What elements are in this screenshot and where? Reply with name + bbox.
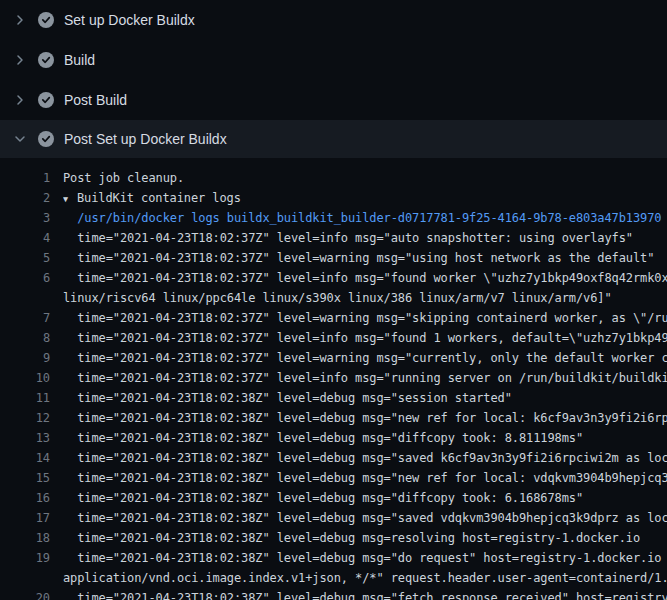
log-group-title: BuildKit container logs: [77, 191, 241, 205]
log-line: 8 time="2021-04-23T18:02:37Z" level=info…: [0, 328, 667, 348]
log-line-number[interactable]: 4: [0, 228, 50, 248]
log-line-number[interactable]: 13: [0, 428, 50, 448]
section-set-up-docker-buildx[interactable]: Set up Docker Buildx: [0, 0, 667, 40]
section-post-build[interactable]: Post Build: [0, 80, 667, 120]
log-line-number[interactable]: 5: [0, 248, 50, 268]
log-line: 10 time="2021-04-23T18:02:37Z" level=inf…: [0, 368, 667, 388]
chevron-right-icon[interactable]: [12, 12, 28, 28]
log-line: 5 time="2021-04-23T18:02:37Z" level=warn…: [0, 248, 667, 268]
log-line-number[interactable]: 7: [0, 308, 50, 328]
log-line-command: 3 /usr/bin/docker logs buildx_buildkit_b…: [0, 208, 667, 228]
log-line-number[interactable]: 2: [0, 188, 50, 208]
log-line-number[interactable]: 12: [0, 408, 50, 428]
log-line: 20 time="2021-04-23T18:02:38Z" level=deb…: [0, 588, 667, 600]
log-line-text: time="2021-04-23T18:02:38Z" level=debug …: [63, 588, 667, 600]
log-line-text: linux/riscv64 linux/ppc64le linux/s390x …: [63, 288, 612, 308]
log-line-number[interactable]: 3: [0, 208, 50, 228]
log-line: 4 time="2021-04-23T18:02:37Z" level=info…: [0, 228, 667, 248]
section-build[interactable]: Build: [0, 40, 667, 80]
log-line: 12 time="2021-04-23T18:02:38Z" level=deb…: [0, 408, 667, 428]
log-line-text: time="2021-04-23T18:02:38Z" level=debug …: [63, 428, 583, 448]
log-line-number[interactable]: 18: [0, 528, 50, 548]
group-caret-down-icon[interactable]: ▼: [63, 189, 77, 208]
section-post-set-up-docker-buildx[interactable]: Post Set up Docker Buildx: [0, 120, 667, 158]
log-line-number[interactable]: 10: [0, 368, 50, 388]
section-label: Post Set up Docker Buildx: [64, 131, 227, 147]
log-line-text: time="2021-04-23T18:02:37Z" level=info m…: [63, 268, 667, 288]
log-line: 7 time="2021-04-23T18:02:37Z" level=warn…: [0, 308, 667, 328]
log-line: 6 time="2021-04-23T18:02:37Z" level=info…: [0, 268, 667, 288]
log-line-number[interactable]: 9: [0, 348, 50, 368]
log-command-text: /usr/bin/docker logs buildx_buildkit_bui…: [63, 208, 661, 228]
log-line-wrap-continuation: application/vnd.oci.image.index.v1+json,…: [0, 568, 667, 588]
log-line: 13 time="2021-04-23T18:02:38Z" level=deb…: [0, 428, 667, 448]
check-circle-icon: [38, 12, 54, 28]
log-line-number[interactable]: 8: [0, 328, 50, 348]
log-line-text: time="2021-04-23T18:02:38Z" level=debug …: [63, 548, 667, 568]
log-line-text: time="2021-04-23T18:02:38Z" level=debug …: [63, 528, 640, 548]
log-line-number[interactable]: 1: [0, 168, 50, 188]
chevron-right-icon[interactable]: [12, 92, 28, 108]
log-line-number: [0, 288, 50, 308]
log-line-text: application/vnd.oci.image.index.v1+json,…: [63, 568, 667, 588]
section-label: Post Build: [64, 92, 127, 108]
chevron-right-icon[interactable]: [12, 52, 28, 68]
log-line: 11 time="2021-04-23T18:02:38Z" level=deb…: [0, 388, 667, 408]
log-line: 19 time="2021-04-23T18:02:38Z" level=deb…: [0, 548, 667, 568]
log-line: 14 time="2021-04-23T18:02:38Z" level=deb…: [0, 448, 667, 468]
log-line-number[interactable]: 14: [0, 448, 50, 468]
log-line-text: time="2021-04-23T18:02:37Z" level=info m…: [63, 328, 667, 348]
log-line-text: time="2021-04-23T18:02:37Z" level=info m…: [63, 368, 667, 388]
log-line-number[interactable]: 15: [0, 468, 50, 488]
log-line-text: time="2021-04-23T18:02:37Z" level=info m…: [63, 228, 633, 248]
log-line-text: time="2021-04-23T18:02:38Z" level=debug …: [63, 408, 667, 428]
log-line: 17 time="2021-04-23T18:02:38Z" level=deb…: [0, 508, 667, 528]
log-line-text: time="2021-04-23T18:02:37Z" level=warnin…: [63, 248, 654, 268]
check-circle-icon: [38, 92, 54, 108]
log-line-text: time="2021-04-23T18:02:38Z" level=debug …: [63, 508, 667, 528]
log-line-text: time="2021-04-23T18:02:38Z" level=debug …: [63, 468, 667, 488]
log-line-number[interactable]: 20: [0, 588, 50, 600]
log-group-text: ▼BuildKit container logs: [63, 188, 241, 208]
log-line-text: time="2021-04-23T18:02:37Z" level=warnin…: [63, 308, 667, 328]
chevron-down-icon[interactable]: [12, 131, 28, 147]
log-line: 16 time="2021-04-23T18:02:38Z" level=deb…: [0, 488, 667, 508]
log-line-number[interactable]: 6: [0, 268, 50, 288]
log-line-wrap-continuation: linux/riscv64 linux/ppc64le linux/s390x …: [0, 288, 667, 308]
check-circle-icon: [38, 52, 54, 68]
log-line-text: Post job cleanup.: [63, 168, 184, 188]
section-label: Set up Docker Buildx: [64, 12, 195, 28]
log-line-number[interactable]: 17: [0, 508, 50, 528]
log-line-text: time="2021-04-23T18:02:38Z" level=debug …: [63, 388, 512, 408]
log-line: 15 time="2021-04-23T18:02:38Z" level=deb…: [0, 468, 667, 488]
log-line-text: time="2021-04-23T18:02:38Z" level=debug …: [63, 448, 667, 468]
log-line: 18 time="2021-04-23T18:02:38Z" level=deb…: [0, 528, 667, 548]
log-line-number: [0, 568, 50, 588]
section-label: Build: [64, 52, 95, 68]
log-line-number[interactable]: 19: [0, 548, 50, 568]
workflow-log-viewer: Set up Docker Buildx Build Post Build Po…: [0, 0, 667, 600]
log-line-number[interactable]: 16: [0, 488, 50, 508]
log-line-group-header[interactable]: 2 ▼BuildKit container logs: [0, 188, 667, 208]
log-content: 1 Post job cleanup. 2 ▼BuildKit containe…: [0, 158, 667, 600]
log-line-text: time="2021-04-23T18:02:37Z" level=warnin…: [63, 348, 667, 368]
log-line-text: time="2021-04-23T18:02:38Z" level=debug …: [63, 488, 583, 508]
log-line: 1 Post job cleanup.: [0, 168, 667, 188]
log-line: 9 time="2021-04-23T18:02:37Z" level=warn…: [0, 348, 667, 368]
log-line-number[interactable]: 11: [0, 388, 50, 408]
check-circle-icon: [38, 131, 54, 147]
